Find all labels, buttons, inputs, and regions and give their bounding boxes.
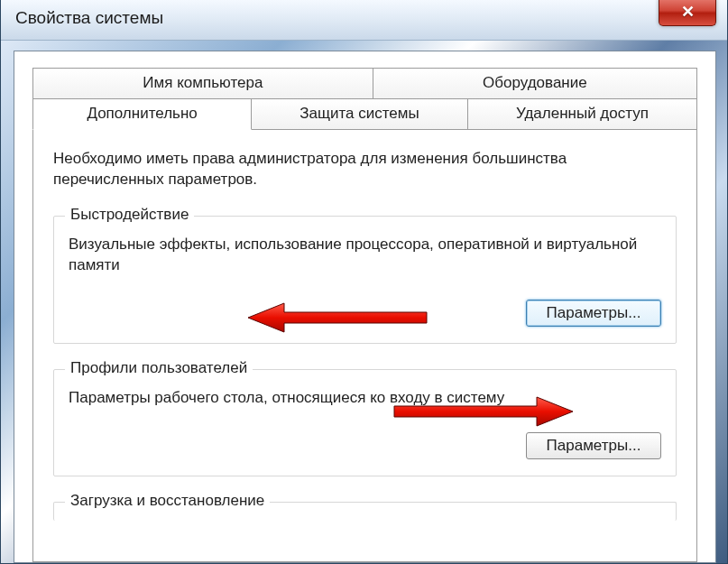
window-frame: Свойства системы ✕ Имя компьютера Оборуд… <box>0 0 728 564</box>
tab-advanced[interactable]: Дополнительно <box>32 98 252 130</box>
group-user-profiles-desc: Параметры рабочего стола, относящиеся ко… <box>69 388 661 409</box>
group-startup-recovery: Загрузка и восстановление <box>53 502 677 521</box>
window-title: Свойства системы <box>15 8 163 28</box>
group-performance-legend: Быстродействие <box>65 206 194 224</box>
performance-settings-button[interactable]: Параметры... <box>526 300 661 327</box>
group-performance: Быстродействие Визуальные эффекты, испол… <box>53 216 677 344</box>
group-startup-recovery-legend: Загрузка и восстановление <box>65 492 270 510</box>
close-icon: ✕ <box>681 4 695 20</box>
admin-rights-note: Необходимо иметь права администратора дл… <box>53 149 677 190</box>
tab-row-1: Имя компьютера Оборудование <box>32 68 697 99</box>
tab-panel-advanced: Необходимо иметь права администратора дл… <box>32 129 697 562</box>
tab-row-2: Дополнительно Защита системы Удаленный д… <box>32 98 697 130</box>
group-user-profiles: Профили пользователей Параметры рабочего… <box>53 369 677 476</box>
client-area: Имя компьютера Оборудование Дополнительн… <box>14 51 716 563</box>
tab-hardware[interactable]: Оборудование <box>373 68 697 99</box>
group-performance-desc: Визуальные эффекты, использование процес… <box>69 235 661 276</box>
group-user-profiles-legend: Профили пользователей <box>65 359 253 377</box>
tab-computer-name[interactable]: Имя компьютера <box>32 68 373 99</box>
user-profiles-settings-button[interactable]: Параметры... <box>526 432 661 459</box>
tab-remote[interactable]: Удаленный доступ <box>468 98 697 130</box>
tab-system-protection[interactable]: Защита системы <box>252 98 468 130</box>
titlebar: Свойства системы ✕ <box>1 0 727 41</box>
close-button[interactable]: ✕ <box>659 0 716 26</box>
